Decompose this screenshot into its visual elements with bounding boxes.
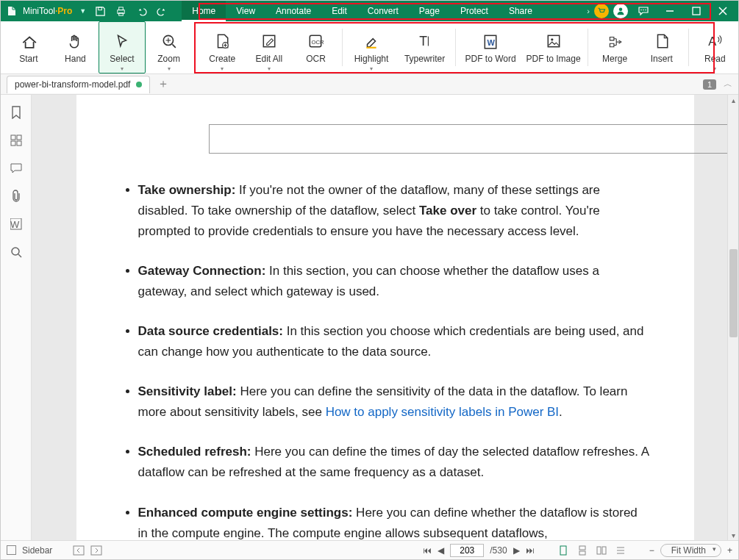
first-page-icon[interactable]: ⏮ (423, 545, 432, 556)
account-icon[interactable] (613, 4, 628, 18)
separator (455, 29, 456, 66)
maximize-button[interactable] (685, 1, 707, 21)
comments-icon[interactable] (9, 161, 24, 176)
sidebar-toggle-icon[interactable] (7, 545, 16, 555)
document-viewport[interactable]: Take ownership: If you're not the owner … (32, 95, 738, 540)
separator (195, 29, 196, 66)
start-icon (21, 32, 37, 51)
sidebar-label[interactable]: Sidebar (22, 545, 52, 556)
cart-icon[interactable] (594, 4, 609, 18)
save-icon[interactable] (93, 4, 107, 18)
svg-point-5 (640, 10, 642, 11)
tool-ocr[interactable]: OCROCR (293, 21, 340, 73)
menu-share[interactable]: Share (499, 1, 543, 21)
next-page-icon[interactable]: ▶ (513, 545, 520, 556)
file-tab[interactable]: power-bi-transform-model.pdf (7, 76, 150, 93)
print-icon[interactable] (114, 4, 127, 18)
tool-label: Start (19, 54, 38, 64)
single-page-view-icon[interactable] (557, 544, 570, 557)
svg-point-7 (645, 10, 646, 11)
main-area: W Take ownership: If you're not the owne… (1, 95, 738, 540)
svg-rect-2 (118, 7, 123, 10)
merge-icon (607, 32, 623, 51)
minimize-button[interactable] (659, 1, 681, 21)
menu-page[interactable]: Page (409, 1, 450, 21)
scrollbar-thumb[interactable] (729, 249, 738, 337)
scroll-down-icon[interactable]: ▾ (729, 530, 738, 540)
redo-icon[interactable] (155, 4, 168, 18)
tool-hand[interactable]: Hand (52, 21, 99, 73)
status-bar: Sidebar ⏮ ◀ /530 ▶ ⏭ − Fit Width + (1, 540, 738, 559)
tool-insert[interactable]: Insert (638, 21, 685, 73)
ribbon-toolbar: StartHandSelect▾Zoom▾Create▾Edit All▾OCR… (1, 21, 738, 74)
dropdown-icon: ▾ (370, 65, 373, 72)
scroll-up-icon[interactable]: ▴ (729, 95, 738, 105)
tool-merge[interactable]: Merge (591, 21, 638, 73)
document-content-list: Take ownership: If you're not the owner … (121, 180, 650, 540)
pdf-page: Take ownership: If you're not the owner … (76, 95, 694, 540)
zoom-mode-select[interactable]: Fit Width (660, 544, 721, 557)
vertical-scrollbar[interactable]: ▴ ▾ (727, 95, 738, 540)
main-menu: Home View Annotate Edit Convert Page Pro… (182, 1, 543, 21)
editall-icon (261, 32, 277, 51)
select-icon (114, 32, 130, 51)
tool-start[interactable]: Start (5, 21, 52, 73)
two-page-view-icon[interactable] (595, 544, 608, 557)
thumbnails-icon[interactable] (9, 133, 24, 148)
menu-annotate[interactable]: Annotate (265, 1, 321, 21)
prev-page-icon[interactable]: ◀ (438, 545, 444, 556)
menu-edit[interactable]: Edit (321, 1, 357, 21)
tool-pdf2image[interactable]: PDF to Image (522, 21, 585, 73)
collapse-ribbon-icon[interactable]: ︿ (724, 78, 732, 90)
tool-label: Merge (602, 54, 627, 64)
svg-rect-31 (17, 141, 21, 146)
list-item: Take ownership: If you're not the owner … (138, 180, 650, 242)
tool-label: Edit All (256, 54, 283, 64)
svg-text:W: W (488, 37, 496, 46)
tool-label: Read (704, 54, 726, 64)
search-icon[interactable] (9, 245, 24, 259)
tool-editall[interactable]: Edit All▾ (246, 21, 293, 73)
continuous-view-icon[interactable] (576, 544, 589, 557)
tool-select[interactable]: Select▾ (99, 21, 146, 73)
tool-label: PDF to Word (465, 54, 516, 64)
menu-home[interactable]: Home (182, 1, 226, 21)
attachments-icon[interactable] (9, 189, 24, 204)
dropdown-icon: ▾ (168, 65, 171, 72)
tool-highlight[interactable]: Highlight▾ (346, 21, 397, 73)
svg-line-35 (18, 254, 21, 257)
menu-convert[interactable]: Convert (357, 1, 409, 21)
svg-rect-28 (11, 135, 15, 140)
svg-rect-30 (11, 141, 15, 146)
zoom-in-icon[interactable]: + (727, 545, 732, 556)
previous-content-box (209, 124, 738, 154)
page-number-input[interactable] (450, 544, 484, 557)
menu-view[interactable]: View (226, 1, 265, 21)
tool-read[interactable]: ARead▾ (692, 21, 739, 73)
tool-zoom[interactable]: Zoom▾ (146, 21, 193, 73)
read-mode-icon[interactable] (614, 544, 627, 557)
feedback-icon[interactable] (632, 1, 654, 21)
separator (588, 29, 588, 66)
bookmarks-icon[interactable] (9, 105, 24, 120)
menu-protect[interactable]: Protect (450, 1, 499, 21)
close-button[interactable] (712, 1, 734, 21)
content-link[interactable]: How to apply sensitivity labels in Power… (326, 405, 559, 419)
svg-rect-40 (579, 551, 585, 555)
list-item: Data source credentials: In this section… (138, 321, 650, 362)
new-tab-button[interactable]: ＋ (157, 76, 169, 92)
next-view-icon[interactable] (90, 545, 102, 556)
zoom-out-icon[interactable]: − (649, 545, 654, 556)
prev-view-icon[interactable] (73, 545, 85, 556)
tool-pdf2word[interactable]: WPDF to Word (459, 21, 521, 73)
tool-typewriter[interactable]: TTypewriter (397, 21, 453, 73)
tool-label: Create (209, 54, 235, 64)
undo-icon[interactable] (135, 4, 148, 18)
dropdown-icon: ▾ (268, 65, 271, 72)
dropdown-icon: ▾ (713, 65, 716, 72)
form-icon[interactable]: W (9, 217, 24, 231)
last-page-icon[interactable]: ⏭ (526, 545, 535, 556)
menu-overflow-icon[interactable]: › (587, 7, 590, 15)
tool-create[interactable]: Create▾ (199, 21, 246, 73)
title-dropdown-icon[interactable]: ▼ (79, 7, 86, 15)
